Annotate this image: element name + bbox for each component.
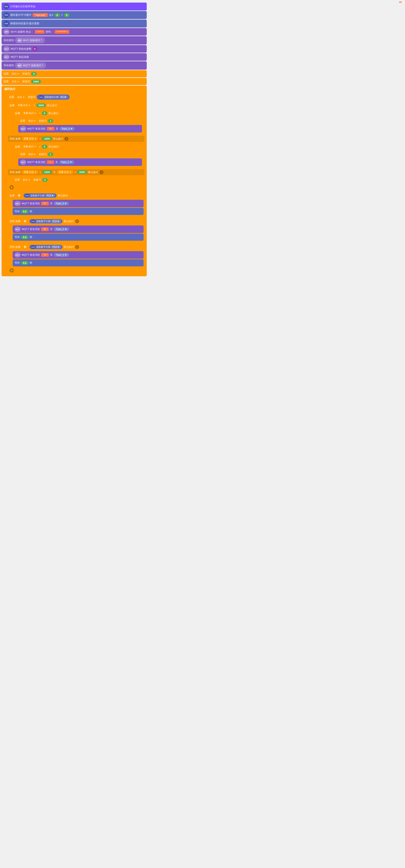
y-value[interactable]: 0: [64, 13, 69, 17]
elseif-header-1: 否则 如果 变量 左右 ▼ < 1000 那么执行 −: [8, 136, 144, 142]
val-2000[interactable]: 2000: [31, 80, 41, 84]
read-digital-p13[interactable]: K10 读取数字引脚 P13 ▼: [29, 219, 62, 223]
mqtt-send-s: MQTT MQTT 发送消息 " S " 至 Topic_0 ▼: [13, 251, 144, 259]
topic-0-3[interactable]: Topic_0 ▼: [54, 202, 69, 205]
cache-image-label: 缓存显示TF卡图片: [10, 13, 31, 17]
topic-0-2[interactable]: Topic_0 ▼: [59, 160, 74, 164]
minus-btn-2[interactable]: −: [99, 170, 103, 174]
msg-l[interactable]: " L ": [47, 160, 54, 164]
pin-p15[interactable]: P15 ▼: [45, 194, 55, 197]
var-biaozhi-set2[interactable]: 标识 ▼: [27, 152, 38, 156]
mqtt-send-b-icon: MQTT: [14, 227, 21, 232]
image-file-value[interactable]: " logo.png ": [33, 13, 48, 17]
if-header-p14: 否则 如果 非 K10 读取数字引脚 P14 ▼ 那么执行 −: [8, 244, 144, 250]
x-value[interactable]: 0: [55, 13, 60, 17]
wait-mqtt-icon: MQTT: [18, 63, 22, 68]
if-not-p13: 否则 如果 非 K10 读取数字引脚 P13 ▼ 那么执行 − MQTT MQT: [7, 217, 145, 243]
plus-btn-if2[interactable]: +: [9, 268, 14, 273]
topic-0-5[interactable]: Topic_0 ▼: [54, 253, 69, 257]
pin-p14[interactable]: P14 ▼: [51, 245, 61, 249]
set-zuoyou-2000-block: 设置 左右 ▼ 的值为 2000: [2, 78, 147, 85]
update-cache-block: K10 将缓存内容显示/显示更新: [2, 20, 147, 28]
mqtt-send-s-icon: MQTT: [14, 252, 21, 257]
val-1500[interactable]: 1500: [42, 170, 52, 174]
set-zuoyou-analog-block: 设置 左右 ▼ 的值为 K10 读取模拟引脚 P1 ▼: [7, 93, 145, 101]
msg-b[interactable]: " B ": [41, 227, 49, 231]
plus-btn-if1[interactable]: +: [9, 185, 14, 189]
wifi-connect-block: WiFi Wi-Fi 连接到 热点： " **** " 密码： " ******…: [2, 28, 147, 36]
read-digital-p14[interactable]: K10 读取数字引脚 P14 ▼: [29, 245, 62, 249]
not-label-3: 非: [22, 245, 28, 249]
at-x-label: 在X: [49, 13, 53, 17]
wait-02-3: 等待 0.2 秒: [13, 259, 144, 267]
loop-block: 循环执行 设置 左右 ▼ 的值为 K10 读取模拟引脚 P1 ▼ 如果: [2, 86, 147, 276]
val-1000[interactable]: 1000: [42, 137, 52, 141]
topic-0-1[interactable]: Topic_0 ▼: [60, 127, 74, 130]
mqtt-send-f-icon: MQTT: [14, 201, 21, 206]
if-body-p14: MQTT MQTT 发送消息 " S " 至 Topic_0 ▼ 等待 0.2 …: [12, 250, 144, 268]
mqtt-connect-block: MQTT MQTT 发起连接: [2, 53, 147, 61]
var-zuoyou-cond2[interactable]: 变量 左右 ▼: [22, 137, 38, 141]
wait-until-mqtt-label: 等待直到: [4, 64, 14, 67]
cache-k10-icon: K10: [4, 12, 9, 18]
mqtt-send-l: MQTT MQTT 发送消息 " L " 至 Topic_0 ▼: [18, 158, 142, 166]
var-zuoyou-2[interactable]: 左右 ▼: [15, 95, 27, 99]
var-zuoyou-1[interactable]: 左右 ▼: [10, 80, 21, 84]
val-02-3[interactable]: 0.2: [21, 261, 29, 265]
val-0-inner1[interactable]: 0: [42, 111, 47, 115]
topic-0-4[interactable]: Topic_0 ▼: [54, 227, 69, 231]
val-02-2[interactable]: 0.2: [21, 235, 29, 239]
mqtt-send-l-icon: MQTT: [20, 160, 26, 165]
read-digital-p15[interactable]: K10 读取数字引脚 P15 ▼: [24, 193, 57, 198]
if-body-inner2: 设置 标识 ▼ 的值为 1 MQTT MQTT 发送消息: [18, 150, 143, 167]
var-biaozhi-cond2[interactable]: 变量 标识 ▼: [21, 145, 38, 149]
if-zuoyou-gt-3000: 如果 变量 左右 ▼ > 3000 那么执行 如果 变量 标识 ▼: [7, 101, 145, 191]
val-0-inner2[interactable]: 0: [42, 145, 47, 149]
val-0-3[interactable]: 0: [42, 178, 48, 182]
val-2500[interactable]: 2500: [77, 170, 87, 174]
var-biaozhi-1[interactable]: 标识 ▼: [10, 72, 21, 76]
if-body-p13: MQTT MQTT 发送消息 " B " 至 Topic_0 ▼ 等待 0.2 …: [12, 224, 144, 242]
mqtt-send-b: MQTT MQTT 发送消息 " B " 至 Topic_0 ▼: [13, 225, 144, 233]
val-3000[interactable]: 3000: [36, 103, 46, 107]
analog-k10-icon: K10: [39, 95, 43, 99]
wait-until-label: 等待直到: [4, 38, 14, 42]
msg-f[interactable]: " F ": [41, 202, 49, 205]
val-1-2[interactable]: 1: [48, 153, 53, 156]
var-biaozhi-set1[interactable]: 标识 ▼: [27, 119, 38, 123]
not-label-1: 非: [16, 193, 22, 198]
wifi-ssid-value[interactable]: " **** ": [35, 30, 45, 34]
minus-btn-3[interactable]: −: [75, 219, 79, 223]
val-0-1[interactable]: 0: [31, 72, 37, 76]
if-header-p13: 否则 如果 非 K10 读取数字引脚 P13 ▼ 那么执行 −: [8, 218, 144, 224]
pin-p1[interactable]: P1 ▼: [59, 95, 68, 99]
var-biaozhi-cond1[interactable]: 变量 标识 ▼: [21, 111, 38, 115]
var-zuoyou-cond3b[interactable]: 变量 左右 ▼: [57, 170, 73, 174]
mqtt-init-icon: MQTT: [4, 46, 9, 52]
minus-btn-1[interactable]: −: [64, 137, 68, 141]
wifi-pwd-value[interactable]: " ********* ": [55, 30, 69, 34]
if-biaozhi-0-else1: 如果 变量 标识 ▼ = 0 那么执行 设置: [13, 143, 144, 168]
val-1-1[interactable]: 1: [48, 119, 53, 123]
msg-s[interactable]: " S ": [41, 253, 49, 257]
wait-mqtt-block: 等待直到 MQTT MQTT 连接成功？: [2, 61, 147, 70]
val-02-1[interactable]: 0.2: [21, 210, 29, 213]
var-zuoyou-cond3a[interactable]: 变量 左右 ▼: [22, 170, 38, 174]
set-label-2: 设置: [4, 80, 9, 83]
gear-icon[interactable]: ⚙: [33, 47, 37, 51]
if-body-p15: MQTT MQTT 发送消息 " F " 至 Topic_0 ▼ 等待 0.2 …: [12, 199, 144, 216]
var-biaozhi-set3[interactable]: 标识 ▼: [21, 178, 32, 182]
minus-btn-4[interactable]: −: [75, 245, 79, 249]
k10-icon: K10: [4, 4, 9, 9]
var-zuoyou-cond1[interactable]: 变量 左右 ▼: [16, 103, 32, 107]
read-analog-pill[interactable]: K10 读取模拟引脚 P1 ▼: [37, 95, 70, 100]
update-cache-label: 将缓存内容显示/显示更新: [10, 22, 39, 25]
if-header-p15: 如果 非 K10 读取数字引脚 P15 ▼ 那么执行: [8, 192, 144, 199]
set-biaozhi-1-block: 设置 标识 ▼ 的值为 1: [18, 117, 142, 124]
if-not-p15: 如果 非 K10 读取数字引脚 P15 ▼ 那么执行 MQTT MQTT 发送消…: [7, 192, 145, 217]
not-label-2: 非: [22, 219, 28, 223]
if-body-inner1: 设置 标识 ▼ 的值为 1 MQTT MQTT 发送消息: [18, 116, 143, 133]
if-biaozhi-0: 如果 变量 标识 ▼ = 0 那么执行 设置: [13, 110, 144, 134]
pin-p13[interactable]: P13 ▼: [51, 220, 61, 223]
msg-r[interactable]: " R ": [47, 127, 55, 130]
